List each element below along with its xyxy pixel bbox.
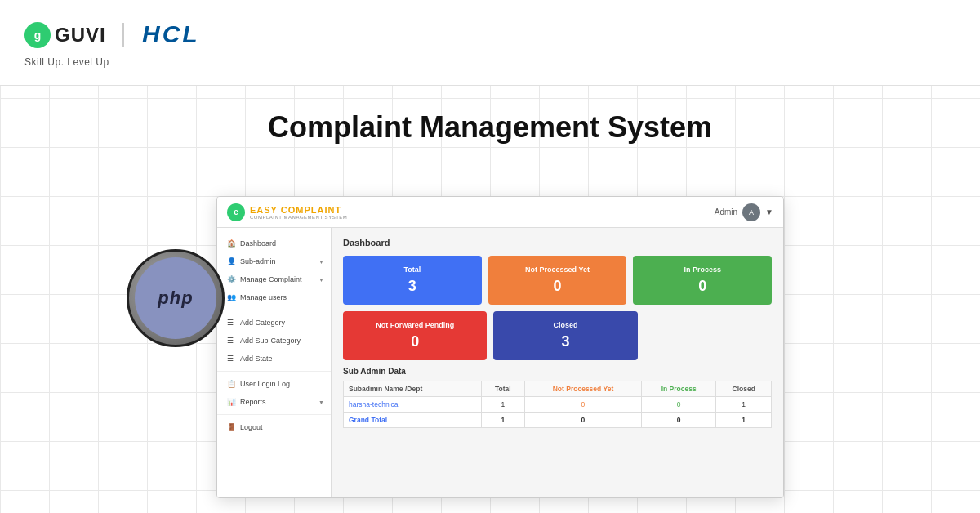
chevron-down-icon: ▼ [318, 259, 324, 265]
hcl-logo-svg: HCL [140, 18, 222, 47]
sidebar-item-manage-users[interactable]: 👥 Manage users [217, 288, 331, 306]
app-logo-sub: COMPLAINT MANAGEMENT SYSTEM [250, 215, 347, 220]
svg-text:HCL: HCL [142, 20, 200, 47]
sub-admin-title: Sub Admin Data [343, 367, 772, 376]
dashboard-icon: 🏠 [227, 239, 235, 248]
stat-not-processed-value: 0 [497, 278, 619, 295]
sidebar-label-manage-users: Manage users [240, 293, 287, 301]
sidebar-item-reports[interactable]: 📊 Reports ▼ [217, 393, 331, 411]
td-closed: 1 [716, 396, 772, 412]
dropdown-arrow-icon[interactable]: ▼ [765, 207, 773, 216]
php-circle: php [127, 249, 225, 347]
logo-top: g GUVI HCL [24, 18, 222, 53]
sidebar-divider-3 [217, 414, 331, 415]
stat-in-process-value: 0 [641, 278, 764, 295]
stat-closed-label: Closed [501, 321, 629, 330]
app-main-content: Dashboard Total 3 Not Processed Yet 0 In… [332, 228, 783, 497]
page-header: g GUVI HCL Skill Up. Level Up [0, 0, 980, 86]
subadmin-icon: 👤 [227, 257, 235, 265]
user-login-log-icon: 📋 [227, 380, 235, 388]
th-name: Subadmin Name /Dept [344, 381, 482, 396]
sub-admin-table: Subadmin Name /Dept Total Not Processed … [343, 381, 772, 428]
sidebar-item-manage-complaint[interactable]: ⚙️ Manage Complaint ▼ [217, 270, 331, 288]
app-screenshot: e EASY COMPLAINT COMPLAINT MANAGEMENT SY… [216, 196, 784, 498]
stat-not-forwarded-label: Not Forwared Pending [351, 321, 479, 330]
add-category-icon: ☰ [227, 319, 235, 327]
sidebar-label-reports: Reports [240, 398, 266, 406]
php-text: php [158, 288, 193, 309]
chevron-down-icon-2: ▼ [318, 277, 324, 283]
stats-row-2: Not Forwared Pending 0 Closed 3 [343, 311, 772, 360]
chevron-down-icon-3: ▼ [318, 399, 324, 405]
th-closed: Closed [716, 381, 772, 396]
manage-users-icon: 👥 [227, 293, 235, 301]
stat-card-in-process: In Process 0 [633, 256, 772, 305]
sidebar-item-subadmin[interactable]: 👤 Sub-admin ▼ [217, 252, 331, 270]
stats-spacer [644, 311, 772, 360]
sidebar-item-add-state[interactable]: ☰ Add State [217, 350, 331, 368]
sidebar-label-add-category: Add Category [240, 319, 285, 327]
app-logo-main: EASY COMPLAINT [250, 205, 347, 215]
stat-total-label: Total [351, 265, 474, 274]
guvi-circle-icon: g [24, 22, 51, 48]
sub-admin-section: Sub Admin Data Subadmin Name /Dept Total… [343, 367, 772, 428]
stat-card-total: Total 3 [343, 256, 482, 305]
page-title: Complaint Management System [0, 110, 980, 145]
grand-total-row: Grand Total 1 0 0 1 [344, 412, 772, 427]
th-in-process: In Process [641, 381, 715, 396]
sidebar-label-logout: Logout [240, 423, 263, 431]
main-title-area: Complaint Management System [0, 90, 980, 165]
sidebar-label-add-subcategory: Add Sub-Category [240, 337, 301, 345]
sidebar-label-subadmin: Sub-admin [240, 257, 276, 265]
app-logo: e EASY COMPLAINT COMPLAINT MANAGEMENT SY… [227, 203, 347, 221]
sidebar-divider-1 [217, 310, 331, 310]
td-grand-total: 1 [481, 412, 524, 427]
th-not-processed: Not Processed Yet [525, 381, 642, 396]
app-avatar: A [742, 203, 760, 221]
table-header-row: Subadmin Name /Dept Total Not Processed … [344, 381, 772, 396]
app-sidebar: 🏠 Dashboard 👤 Sub-admin ▼ ⚙️ Manage Comp… [217, 228, 332, 497]
app-logo-text: EASY COMPLAINT COMPLAINT MANAGEMENT SYST… [250, 205, 347, 220]
tagline: Skill Up. Level Up [24, 56, 222, 68]
logo-divider [122, 23, 124, 47]
td-grand-in-process: 0 [641, 412, 715, 427]
guvi-logo: g GUVI [24, 22, 106, 48]
manage-complaint-icon: ⚙️ [227, 275, 235, 283]
sidebar-item-logout[interactable]: 🚪 Logout [217, 418, 331, 436]
app-logo-icon: e [227, 203, 245, 221]
logout-icon: 🚪 [227, 423, 235, 431]
table-row: harsha-technical 1 0 0 1 [344, 396, 772, 412]
stat-card-not-forwarded: Not Forwared Pending 0 [343, 311, 487, 360]
hcl-logo: HCL [140, 18, 222, 53]
logo-area: g GUVI HCL Skill Up. Level Up [24, 18, 222, 68]
sidebar-item-add-subcategory[interactable]: ☰ Add Sub-Category [217, 332, 331, 350]
stat-in-process-label: In Process [641, 265, 764, 274]
reports-icon: 📊 [227, 398, 235, 406]
guvi-text: GUVI [55, 24, 106, 47]
td-name: harsha-technical [344, 396, 482, 412]
stat-card-not-processed: Not Processed Yet 0 [488, 256, 627, 305]
sidebar-divider-2 [217, 371, 331, 372]
guvi-circle-letter: g [34, 29, 42, 42]
th-total: Total [481, 381, 524, 396]
stat-card-closed: Closed 3 [493, 311, 637, 360]
dashboard-title: Dashboard [343, 238, 772, 248]
sidebar-item-add-category[interactable]: ☰ Add Category [217, 314, 331, 332]
stats-row-1: Total 3 Not Processed Yet 0 In Process 0 [343, 256, 772, 305]
sidebar-label-manage-complaint: Manage Complaint [240, 275, 302, 283]
app-username: Admin [715, 207, 737, 216]
add-subcategory-icon: ☰ [227, 337, 235, 345]
sidebar-label-add-state: Add State [240, 355, 273, 363]
app-header: e EASY COMPLAINT COMPLAINT MANAGEMENT SY… [217, 197, 783, 228]
sidebar-item-user-login-log[interactable]: 📋 User Login Log [217, 375, 331, 393]
td-total: 1 [481, 396, 524, 412]
app-body: 🏠 Dashboard 👤 Sub-admin ▼ ⚙️ Manage Comp… [217, 228, 783, 497]
td-in-process: 0 [641, 396, 715, 412]
stat-closed-value: 3 [501, 333, 629, 350]
php-badge: php [135, 257, 216, 339]
td-not-processed: 0 [525, 396, 642, 412]
td-grand-not-processed: 0 [525, 412, 642, 427]
sidebar-label-dashboard: Dashboard [240, 239, 276, 248]
stat-not-forwarded-value: 0 [351, 333, 479, 350]
sidebar-item-dashboard[interactable]: 🏠 Dashboard [217, 234, 331, 252]
